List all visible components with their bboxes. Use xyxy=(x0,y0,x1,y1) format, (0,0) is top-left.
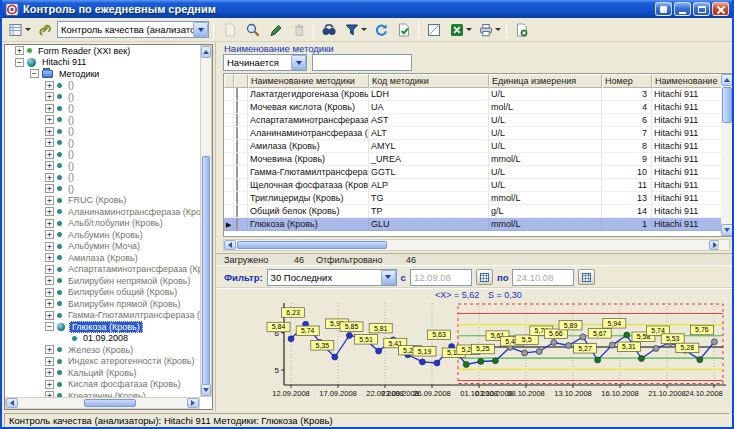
tree-item-label[interactable]: Железо (Кровь) xyxy=(66,345,135,355)
tree-item[interactable]: +() xyxy=(5,103,212,115)
expand-plus-icon[interactable]: + xyxy=(45,150,54,159)
table-row[interactable]: Лактатдегидрогеназа (Кровь)LDHU/L3Hitach… xyxy=(224,88,733,101)
tree-item[interactable]: +Альб/глобулин (Кровь) xyxy=(5,218,212,230)
cell-number[interactable]: 9 xyxy=(602,153,652,166)
cell-unit[interactable]: U/L xyxy=(489,88,602,101)
cell-method-code[interactable]: GGTL xyxy=(369,166,489,179)
tree-item[interactable]: +Кислая фосфатаза (Кровь) xyxy=(5,379,212,391)
table-vertical-scrollbar[interactable] xyxy=(721,74,733,236)
tree-item[interactable]: +() xyxy=(5,126,212,138)
filter-operator-select[interactable]: Начинается xyxy=(223,54,307,71)
scope-select[interactable]: Контроль качества (анализаторы) xyxy=(57,21,209,38)
tree-item[interactable]: +Индекс атерогенности (Кровь) xyxy=(5,356,212,368)
cell-method-name[interactable]: Гамма-Глютамилтрансфераза (Кровь) xyxy=(248,166,369,179)
link-button[interactable] xyxy=(33,19,56,40)
verify-button[interactable] xyxy=(392,19,415,40)
scroll-up-arrow[interactable] xyxy=(201,46,211,58)
cell-instrument[interactable]: Hitachi 911 xyxy=(652,88,723,101)
table-row[interactable]: Амилаза (Кровь)AMYLU/L8Hitachi 911 xyxy=(224,140,733,153)
tree-item-label[interactable]: Аспартатаминотрансфераза (Кровь) xyxy=(66,264,213,274)
tree-item-label[interactable]: Кальций (Кровь) xyxy=(66,368,139,378)
cell-number[interactable]: 1 xyxy=(602,218,652,231)
tree-item-label[interactable]: Глюкоза (Кровь) xyxy=(69,321,143,333)
search-button[interactable] xyxy=(241,19,264,40)
cell-instrument[interactable]: Hitachi 911 xyxy=(652,127,723,140)
column-header-6[interactable]: Наименование xyxy=(652,74,723,88)
tree-item[interactable]: +Аспартатаминотрансфераза (Кровь) xyxy=(5,264,212,276)
cell-method-name[interactable]: Глюкоза (Кровь) xyxy=(248,218,369,231)
table-row[interactable]: Аланинаминотрансфераза (Кровь)ALTU/L7Hit… xyxy=(224,127,733,140)
cell-number[interactable]: 13 xyxy=(602,192,652,205)
chart-button[interactable] xyxy=(422,19,445,40)
table-row[interactable]: Общий белок (Кровь)TPg/L14Hitachi 911 xyxy=(224,205,733,218)
row-checkbox[interactable] xyxy=(236,101,238,113)
tree-item-label[interactable]: Альбумин (Кровь) xyxy=(66,230,145,240)
chevron-down-icon[interactable] xyxy=(193,22,208,37)
tree-item[interactable]: +() xyxy=(5,172,212,184)
expand-plus-icon[interactable]: + xyxy=(45,299,54,308)
tree-item-label[interactable]: Амилаза (Кровь) xyxy=(66,253,140,263)
row-checkbox[interactable] xyxy=(236,166,238,178)
tree-item[interactable]: −Методики xyxy=(5,68,212,80)
tree-item-label[interactable]: Альбумин (Моча) xyxy=(66,241,142,251)
tree-item[interactable]: −Hitachi 911 xyxy=(5,57,212,69)
tree-horizontal-scrollbar[interactable] xyxy=(5,397,200,409)
table-row[interactable]: Аспартатаминотрансфераза (Кровь)ASTU/L6H… xyxy=(224,114,733,127)
table-row[interactable]: Триглицериды (Кровь)TGmmol/L13Hitachi 91… xyxy=(224,192,733,205)
expand-plus-icon[interactable]: + xyxy=(45,288,54,297)
cell-instrument[interactable]: Hitachi 911 xyxy=(652,114,723,127)
tree-item-label[interactable]: Индекс атерогенности (Кровь) xyxy=(66,356,196,366)
binoculars-button[interactable] xyxy=(317,19,340,40)
close-button[interactable] xyxy=(712,2,729,16)
expand-plus-icon[interactable]: + xyxy=(45,242,54,251)
cell-method-code[interactable]: AMYL xyxy=(369,140,489,153)
chevron-down-icon[interactable] xyxy=(495,28,501,31)
tree-item-label[interactable]: () xyxy=(66,126,76,136)
tree-item-label[interactable]: () xyxy=(66,138,76,148)
tree-item-label[interactable]: Билирубин общий (Кровь) xyxy=(66,287,179,297)
cell-method-name[interactable]: Лактатдегидрогеназа (Кровь) xyxy=(248,88,369,101)
table-scroll-thumb[interactable] xyxy=(722,87,732,123)
expand-plus-icon[interactable]: + xyxy=(45,184,54,193)
tree-item[interactable]: +() xyxy=(5,91,212,103)
cell-instrument[interactable]: Hitachi 911 xyxy=(652,153,723,166)
tree-item[interactable]: +Билирубин непрямой (Кровь) xyxy=(5,275,212,287)
expand-plus-icon[interactable]: + xyxy=(45,138,54,147)
cell-method-code[interactable]: TG xyxy=(369,192,489,205)
table-row[interactable]: ▶Глюкоза (Кровь)GLUmmol/L1Hitachi 911 xyxy=(224,218,733,231)
print-button[interactable] xyxy=(474,19,497,40)
expand-plus-icon[interactable]: + xyxy=(45,219,54,228)
cell-unit[interactable]: U/L xyxy=(489,127,602,140)
collapse-minus-icon[interactable]: − xyxy=(15,58,24,67)
collapse-minus-icon[interactable]: − xyxy=(45,322,54,331)
tree-item-label[interactable]: Билирубин прямой (Кровь) xyxy=(66,299,182,309)
date-to-input[interactable] xyxy=(512,269,574,286)
minimize-button[interactable] xyxy=(674,2,691,16)
scroll-left-arrow[interactable] xyxy=(224,240,236,250)
tree-item-label[interactable]: Гамма-Глютамилтрансфераза (Кровь) xyxy=(66,310,213,320)
collapse-minus-icon[interactable]: − xyxy=(30,69,39,78)
tree-item-label[interactable]: () xyxy=(66,80,76,90)
cell-unit[interactable]: mmol/L xyxy=(489,192,602,205)
expand-plus-icon[interactable]: + xyxy=(45,196,54,205)
tree-item-label[interactable]: Кислая фосфатаза (Кровь) xyxy=(66,379,183,389)
cell-unit[interactable]: g/L xyxy=(489,205,602,218)
row-checkbox[interactable] xyxy=(236,218,238,230)
scroll-left-arrow[interactable] xyxy=(6,398,18,408)
cell-method-code[interactable]: GLU xyxy=(369,218,489,231)
tree-item-label[interactable]: () xyxy=(66,161,76,171)
view-mode-button[interactable] xyxy=(4,19,27,40)
cell-unit[interactable]: U/L xyxy=(489,166,602,179)
expand-plus-icon[interactable]: + xyxy=(45,230,54,239)
tree-hscroll-thumb[interactable] xyxy=(84,399,136,407)
titlebar[interactable]: Контроль по ежедневным средним xyxy=(2,0,732,18)
range-mode-select[interactable]: 30 Последних xyxy=(267,269,397,286)
cell-number[interactable]: 4 xyxy=(602,101,652,114)
cell-instrument[interactable]: Hitachi 911 xyxy=(652,166,723,179)
cell-number[interactable]: 7 xyxy=(602,127,652,140)
tree-item-label[interactable]: Аланинаминотрансфераза (Кровь) xyxy=(66,207,213,217)
expand-plus-icon[interactable]: + xyxy=(45,115,54,124)
column-header-4[interactable]: Единица измерения xyxy=(489,74,602,88)
table-row[interactable]: Мочевая кислота (Кровь)UAmol/L4Hitachi 9… xyxy=(224,101,733,114)
table-row[interactable]: Мочевина (Кровь)_UREAmmol/L9Hitachi 911 xyxy=(224,153,733,166)
